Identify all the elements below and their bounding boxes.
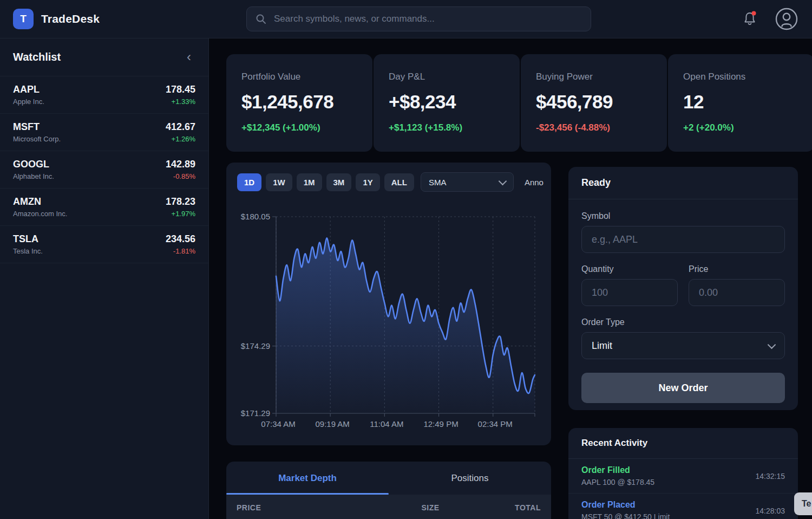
market-depth-panel: Market DepthPositions PRICESIZETOTAL (226, 462, 551, 519)
watchlist-symbol: MSFT (13, 121, 61, 133)
activity-time: 14:32:15 (756, 472, 785, 481)
activity-item: Order PlacedMSFT 50 @ $412.50 Limit14:28… (568, 494, 798, 519)
recent-activity-list: Order FilledAAPL 100 @ $178.4514:32:15Or… (568, 459, 798, 519)
watchlist-change: +1.97% (166, 210, 195, 218)
y-axis-label: $180.05 (241, 212, 270, 221)
activity-detail: MSFT 50 @ $412.50 Limit (581, 512, 670, 519)
stat-change: +2 (+20.0%) (683, 122, 799, 133)
watchlist-row-TSLA[interactable]: TSLATesla Inc.234.56-1.81% (0, 226, 208, 263)
symbol-label: Symbol (581, 211, 785, 221)
activity-item: Order FilledAAPL 100 @ $178.4514:32:15 (568, 459, 798, 494)
toast-notification[interactable]: Te (794, 492, 812, 515)
watchlist-change: +1.26% (166, 135, 195, 143)
price-input[interactable] (689, 279, 785, 306)
column-header-price: PRICE (237, 503, 338, 512)
timeframe-1d[interactable]: 1D (237, 173, 261, 191)
watchlist-row-right: 412.67+1.26% (166, 121, 195, 143)
watchlist-row-right: 178.45+1.33% (166, 84, 195, 106)
annotations-toggle[interactable]: Anno (525, 178, 543, 187)
watchlist-row-left: AMZNAmazon.com Inc. (13, 196, 67, 218)
stat-value: 12 (683, 91, 799, 113)
watchlist-price: 412.67 (166, 121, 195, 133)
chart-toolbar: 1D1W1M3M1YALL SMA Anno (226, 163, 551, 192)
search-input[interactable] (273, 13, 582, 25)
watchlist-row-AMZN[interactable]: AMZNAmazon.com Inc.178.23+1.97% (0, 189, 208, 226)
watchlist-row-right: 142.89-0.85% (166, 159, 195, 180)
watchlist-change: -0.85% (166, 172, 195, 180)
x-axis-label: 12:49 PM (423, 419, 458, 429)
watchlist-sidebar: Watchlist ‹ AAPLApple Inc.178.45+1.33%MS… (0, 38, 209, 519)
stats-row: Portfolio Value$1,245,678+$12,345 (+1.00… (226, 54, 812, 152)
y-axis-label: $174.29 (241, 341, 270, 351)
watchlist-company-name: Amazon.com Inc. (13, 210, 67, 218)
activity-title: Order Placed (581, 500, 670, 510)
recent-activity-title: Recent Activity (568, 428, 798, 459)
watchlist-price: 234.56 (166, 233, 195, 245)
timeframe-1w[interactable]: 1W (266, 173, 292, 191)
watchlist-row-AAPL[interactable]: AAPLApple Inc.178.45+1.33% (0, 76, 208, 114)
notification-dot (752, 11, 756, 16)
watchlist-company-name: Tesla Inc. (13, 247, 43, 255)
app-title: TradeDesk (41, 12, 100, 25)
watchlist-change: +1.33% (166, 98, 195, 106)
column-header-total: TOTAL (440, 503, 541, 512)
timeframe-1m[interactable]: 1M (297, 173, 322, 191)
tab-market-depth[interactable]: Market Depth (226, 462, 389, 495)
top-navbar: T TradeDesk (0, 0, 812, 38)
stat-label: Buying Power (536, 72, 652, 82)
order-form: Symbol Quantity Price Order Type Limit N… (568, 199, 798, 415)
activity-time: 14:28:03 (756, 507, 785, 515)
watchlist-symbol: TSLA (13, 233, 43, 245)
column-header-size: SIZE (338, 503, 439, 512)
watchlist-price: 178.45 (166, 84, 195, 95)
watchlist-symbol: AMZN (13, 196, 67, 207)
bell-icon (742, 10, 758, 28)
x-axis-label: 09:19 AM (315, 419, 349, 429)
watchlist-symbol: AAPL (13, 84, 44, 95)
timeframe-buttons: 1D1W1M3M1YALL (237, 173, 414, 191)
stat-value: $456,789 (536, 91, 652, 113)
stat-label: Open Positions (683, 72, 799, 82)
search-icon (256, 14, 266, 24)
timeframe-1y[interactable]: 1Y (356, 173, 379, 191)
user-avatar-icon (774, 7, 799, 31)
activity-item-left: Order PlacedMSFT 50 @ $412.50 Limit (581, 500, 670, 519)
order-type-value: Limit (592, 340, 612, 352)
watchlist-row-right: 234.56-1.81% (166, 233, 195, 255)
order-status: Ready (568, 167, 798, 199)
watchlist-row-MSFT[interactable]: MSFTMicrosoft Corp.412.67+1.26% (0, 114, 208, 151)
stat-card-buying-power: Buying Power$456,789-$23,456 (-4.88%) (521, 54, 667, 152)
chevron-down-icon (499, 177, 507, 185)
tab-positions[interactable]: Positions (389, 462, 551, 495)
watchlist-row-GOOGL[interactable]: GOOGLAlphabet Inc.142.89-0.85% (0, 151, 208, 189)
app-logo: T (13, 9, 34, 29)
watchlist-change: -1.81% (166, 247, 195, 255)
indicator-select[interactable]: SMA (421, 172, 514, 192)
timeframe-all[interactable]: ALL (384, 173, 414, 191)
watchlist-title: Watchlist (13, 51, 61, 63)
order-type-select[interactable]: Limit (581, 332, 785, 359)
watchlist-row-left: AAPLApple Inc. (13, 84, 44, 106)
global-search[interactable] (246, 7, 591, 31)
watchlist-header: Watchlist ‹ (0, 38, 208, 76)
quantity-input[interactable] (581, 279, 678, 306)
app-logo-letter: T (20, 13, 27, 25)
recent-activity-panel: Recent Activity Order FilledAAPL 100 @ $… (568, 428, 798, 519)
sidebar-collapse-button[interactable]: ‹ (182, 49, 195, 64)
watchlist-row-left: GOOGLAlphabet Inc. (13, 159, 54, 180)
x-axis-label: 07:34 AM (261, 419, 295, 429)
symbol-input[interactable] (581, 226, 785, 253)
price-label: Price (689, 264, 785, 274)
stat-value: +$8,234 (389, 91, 505, 113)
new-order-button[interactable]: New Order (581, 373, 785, 403)
user-avatar-button[interactable] (774, 7, 799, 31)
order-ticket-panel: Ready Symbol Quantity Price Order Type L… (568, 167, 798, 410)
price-chart-panel: 1D1W1M3M1YALL SMA Anno $180.05$174.29$17… (226, 163, 551, 445)
indicator-select-value: SMA (429, 178, 447, 187)
stat-change: -$23,456 (-4.88%) (536, 122, 652, 133)
watchlist-company-name: Apple Inc. (13, 98, 44, 106)
activity-detail: AAPL 100 @ $178.45 (581, 478, 654, 486)
notifications-button[interactable] (742, 10, 758, 28)
activity-title: Order Filled (581, 465, 654, 475)
timeframe-3m[interactable]: 3M (326, 173, 352, 191)
